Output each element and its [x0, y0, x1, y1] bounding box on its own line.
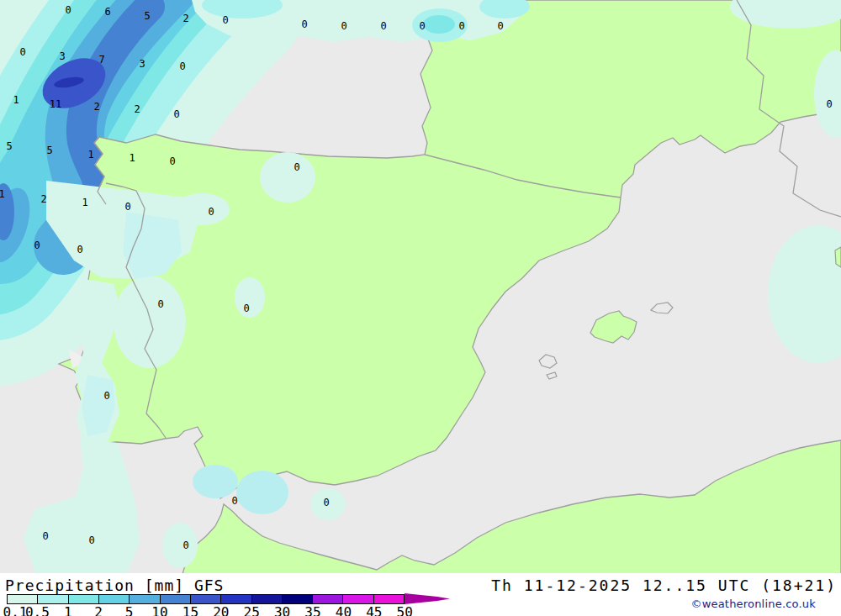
precip-value: 0 [182, 540, 188, 551]
precip-value: 11 [50, 98, 61, 110]
map-title: Precipitation [mm] GFS [5, 577, 224, 594]
legend-cell [313, 595, 343, 603]
precip-value: 5 [6, 140, 12, 152]
precip-value: 0 [231, 495, 237, 507]
precip-value: 0 [497, 20, 503, 32]
precip-value: 1 [13, 94, 19, 106]
forecast-datetime: Th 11-12-2025 12..15 UTC (18+21) [491, 577, 837, 594]
precip-value: 7 [98, 54, 104, 66]
precip-value: 0 [19, 46, 25, 58]
precip-value: 5 [144, 10, 150, 22]
precip-value: 2 [182, 13, 188, 24]
precip-value: 0 [341, 20, 346, 32]
precip-value: 0 [208, 206, 214, 218]
precip-value: 2 [134, 103, 140, 115]
legend-tick-label: 0.1 [3, 604, 28, 616]
footer-panel: Precipitation [mm] GFS Th 11-12-2025 12.… [0, 573, 841, 616]
precip-value: 0 [826, 98, 832, 110]
legend-cell [130, 595, 160, 603]
legend-cell [374, 595, 404, 603]
legend-cell [252, 595, 283, 603]
legend-ticks: 0.10.5125101520253035404550 [0, 604, 471, 616]
precip-value: 0 [301, 18, 307, 30]
legend-cell [8, 595, 38, 603]
precip-value: 0 [419, 20, 425, 32]
precip-value: 1 [0, 188, 5, 200]
precip-value: 0 [65, 4, 71, 16]
legend-tick-label: 20 [213, 604, 229, 616]
legend-tick-label: 30 [274, 604, 290, 616]
map-canvas: 0652000000003730111220055110012100000000… [0, 0, 841, 573]
precip-value: 0 [458, 20, 464, 32]
legend-bar [7, 594, 405, 604]
precip-value: 1 [129, 152, 135, 164]
precip-value: 0 [77, 244, 82, 255]
legend-tick-label: 40 [336, 604, 352, 616]
precip-value: 0 [179, 61, 185, 72]
legend-tick-label: 0.5 [25, 604, 50, 616]
precip-value: 3 [139, 58, 145, 70]
legend-cell [38, 595, 68, 603]
precip-value: 0 [157, 298, 163, 310]
weather-map-page: 0652000000003730111220055110012100000000… [0, 0, 841, 616]
legend-cell [283, 595, 313, 603]
legend-tick-label: 25 [244, 604, 260, 616]
legend-cell [343, 595, 373, 603]
legend-tick-label: 50 [397, 604, 413, 616]
precip-value: 0 [169, 155, 175, 167]
island-sardinia-edge [835, 247, 841, 267]
precip-value: 2 [40, 193, 46, 205]
precip-value: 0 [222, 14, 228, 26]
legend-cell [191, 595, 221, 603]
legend-cell [69, 595, 99, 603]
legend-cell [99, 595, 130, 603]
precip-value: 0 [380, 20, 386, 32]
precip-value: 1 [87, 149, 93, 161]
precip-value: 5 [46, 145, 52, 156]
legend-tick-label: 1 [64, 604, 72, 616]
precipitation-map: 0652000000003730111220055110012100000000… [0, 0, 841, 573]
precip-value: 0 [88, 534, 94, 546]
legend-tick-label: 2 [94, 604, 103, 616]
legend-cell [161, 595, 191, 603]
precip-value: 0 [173, 108, 179, 120]
legend-cell [221, 595, 251, 603]
precip-value: 0 [42, 530, 48, 542]
precip-value: 0 [323, 497, 329, 508]
precip-value: 6 [104, 6, 110, 18]
precip-value: 0 [103, 390, 109, 402]
precip-value: 3 [59, 50, 65, 62]
legend-tick-label: 45 [366, 604, 382, 616]
precip-value: 0 [124, 201, 130, 213]
legend-tick-label: 15 [182, 604, 198, 616]
copyright-link[interactable]: ©weatheronline.co.uk [690, 598, 816, 610]
precip-value: 2 [93, 101, 99, 113]
precip-value: 0 [294, 161, 299, 173]
legend-tick-label: 10 [151, 604, 167, 616]
precip-value: 0 [34, 240, 40, 251]
legend-tick-label: 35 [304, 604, 320, 616]
legend-tick-label: 5 [125, 604, 134, 616]
precip-value: 1 [82, 197, 87, 208]
precip-value: 0 [243, 303, 249, 314]
